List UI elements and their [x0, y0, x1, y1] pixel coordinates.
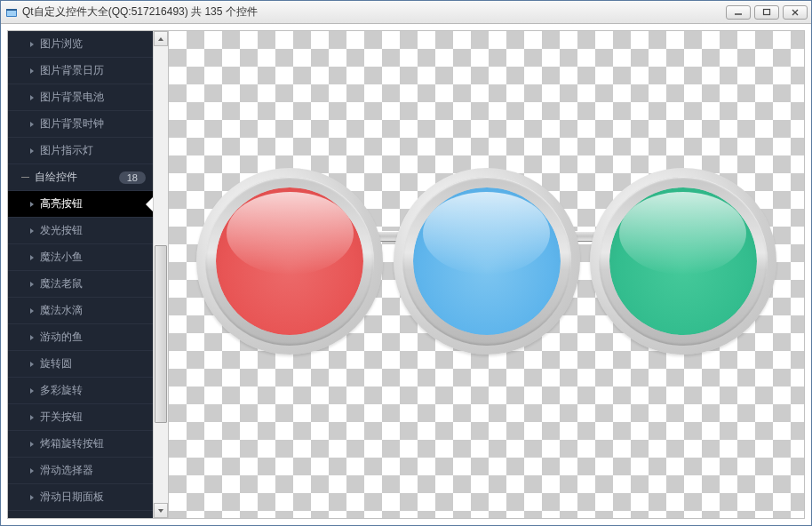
sidebar-item-label: 高亮按钮: [40, 196, 146, 211]
sidebar-item-label: 旋转圆: [40, 356, 146, 371]
chevron-right-icon: [28, 40, 36, 49]
window-title: Qt自定义控件大全(QQ:517216493) 共 135 个控件: [22, 4, 726, 20]
sidebar-item[interactable]: 魔法水滴: [8, 298, 153, 324]
chevron-right-icon: [28, 93, 36, 102]
button-face: [216, 187, 363, 335]
sidebar-item[interactable]: 游动的鱼: [8, 324, 153, 351]
svg-marker-13: [30, 228, 34, 234]
svg-marker-11: [30, 148, 34, 154]
glossy-button-blue[interactable]: [394, 168, 580, 355]
svg-marker-7: [30, 42, 34, 47]
svg-marker-19: [30, 388, 34, 394]
svg-marker-18: [30, 362, 34, 367]
sidebar-item-selected[interactable]: 高亮按钮: [8, 191, 153, 218]
sidebar-item[interactable]: 魔法老鼠: [8, 271, 153, 298]
chevron-right-icon: [28, 440, 36, 449]
scroll-track[interactable]: [154, 46, 168, 503]
sidebar-item-label: 图片背景电池: [40, 90, 146, 105]
svg-marker-23: [30, 495, 34, 500]
chevron-right-icon: [28, 280, 36, 289]
sidebar-item[interactable]: 开关按钮: [8, 404, 153, 431]
sidebar-item[interactable]: 发光按钮: [8, 218, 153, 244]
sidebar-item-label: 烤箱旋转按钮: [40, 436, 146, 451]
sidebar-item[interactable]: 旋转圆: [8, 351, 153, 378]
sidebar-item-label: 图片背景时钟: [40, 116, 146, 132]
count-badge: 18: [119, 171, 146, 184]
sidebar-item[interactable]: 多彩旋转: [8, 378, 153, 404]
svg-marker-16: [30, 308, 34, 314]
svg-marker-12: [30, 202, 34, 207]
chevron-right-icon: [28, 67, 36, 76]
sidebar-item[interactable]: 烤箱旋转按钮: [8, 431, 153, 458]
inner-frame: 图片浏览图片背景日历图片背景电池图片背景时钟图片指示灯自绘控件18高亮按钮发光按…: [7, 30, 805, 519]
chevron-right-icon: [28, 307, 36, 315]
chevron-right-icon: [28, 360, 36, 369]
sidebar-scrollbar[interactable]: [153, 31, 168, 518]
sidebar-item[interactable]: 滑动日期面板: [8, 484, 153, 511]
svg-marker-21: [30, 442, 34, 447]
client-area: 图片浏览图片背景日历图片背景电池图片背景时钟图片指示灯自绘控件18高亮按钮发光按…: [1, 24, 811, 525]
sidebar-item-label: 魔法水滴: [40, 303, 146, 318]
button-color: [609, 187, 757, 335]
sidebar-item-label: 魔法小鱼: [40, 250, 146, 265]
svg-rect-4: [764, 9, 770, 14]
titlebar[interactable]: Qt自定义控件大全(QQ:517216493) 共 135 个控件: [1, 1, 811, 24]
app-window: Qt自定义控件大全(QQ:517216493) 共 135 个控件 图片浏览图片…: [0, 0, 812, 526]
chevron-right-icon: [28, 413, 36, 422]
window-controls: [726, 5, 808, 20]
app-icon: [4, 5, 19, 20]
glossy-buttons-row: [169, 168, 804, 355]
sidebar-item-label: 滑动选择器: [40, 463, 146, 478]
sidebar-category-label: 自绘控件: [35, 170, 114, 185]
chevron-right-icon: [28, 387, 36, 395]
sidebar-item-label: 发光按钮: [40, 223, 146, 238]
svg-marker-22: [30, 468, 34, 474]
scroll-thumb[interactable]: [155, 245, 167, 423]
svg-marker-25: [158, 509, 163, 513]
button-face: [413, 187, 561, 335]
scroll-down-button[interactable]: [154, 503, 168, 518]
sidebar-tree[interactable]: 图片浏览图片背景日历图片背景电池图片背景时钟图片指示灯自绘控件18高亮按钮发光按…: [8, 31, 153, 518]
svg-rect-2: [6, 9, 17, 11]
svg-marker-8: [30, 68, 34, 74]
button-color: [216, 187, 363, 335]
sidebar-item-label: 图片浏览: [40, 36, 146, 52]
sidebar-item[interactable]: 图片背景电池: [8, 84, 153, 111]
svg-marker-24: [158, 37, 163, 41]
svg-marker-20: [30, 415, 34, 420]
sidebar-item[interactable]: 图片浏览: [8, 31, 153, 58]
glossy-button-red[interactable]: [196, 168, 383, 355]
svg-marker-10: [30, 122, 34, 127]
scroll-up-button[interactable]: [154, 31, 168, 46]
preview-area: [169, 31, 804, 518]
sidebar-item-label: 游动的鱼: [40, 330, 146, 345]
chevron-right-icon: [28, 200, 36, 209]
chevron-right-icon: [28, 253, 36, 262]
sidebar-item[interactable]: 滑动选择器: [8, 458, 153, 484]
svg-rect-1: [7, 11, 16, 16]
svg-marker-15: [30, 282, 34, 287]
sidebar-item-label: 图片指示灯: [40, 143, 146, 158]
svg-marker-17: [30, 335, 34, 340]
sidebar-item[interactable]: 图片背景日历: [8, 58, 153, 84]
chevron-right-icon: [28, 147, 36, 155]
maximize-button[interactable]: [754, 5, 779, 20]
chevron-right-icon: [28, 227, 36, 235]
sidebar-item-label: 滑动日期面板: [40, 490, 146, 505]
sidebar-item-label: 开关按钮: [40, 410, 146, 425]
button-face: [609, 187, 757, 335]
sidebar-container: 图片浏览图片背景日历图片背景电池图片背景时钟图片指示灯自绘控件18高亮按钮发光按…: [8, 31, 169, 518]
minus-icon: [20, 173, 29, 182]
sidebar-item[interactable]: 图片背景时钟: [8, 111, 153, 138]
sidebar-item-label: 图片背景日历: [40, 63, 146, 78]
sidebar-category[interactable]: 自绘控件18: [8, 164, 153, 191]
svg-marker-9: [30, 95, 34, 100]
chevron-right-icon: [28, 466, 36, 475]
close-button[interactable]: [783, 5, 808, 20]
sidebar-item-label: 多彩旋转: [40, 383, 146, 398]
glossy-button-teal[interactable]: [590, 168, 776, 355]
sidebar-item[interactable]: 魔法小鱼: [8, 244, 153, 271]
minimize-button[interactable]: [726, 5, 751, 20]
svg-marker-14: [30, 255, 34, 260]
sidebar-item[interactable]: 图片指示灯: [8, 138, 153, 164]
